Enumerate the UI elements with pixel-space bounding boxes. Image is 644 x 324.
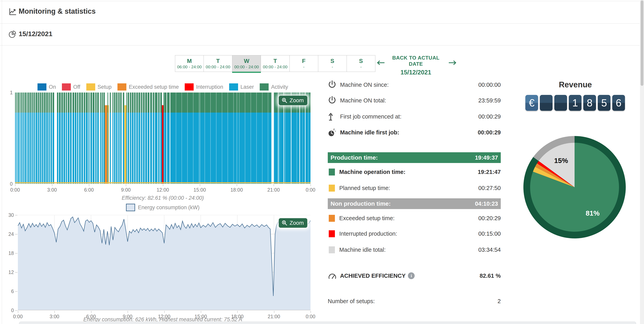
- idle-gap-segment: [44, 93, 44, 184]
- revenue-counter: €1856: [525, 95, 625, 111]
- legend-swatch: [260, 83, 269, 91]
- stat-label: Exceeded setup time:: [339, 215, 394, 222]
- timeline-zoom-button[interactable]: Zoom: [279, 96, 307, 105]
- stat-row-machine-on-since: Machine ON since:00:00:00: [328, 79, 501, 91]
- timeline-gridline: [89, 93, 89, 184]
- weekday-cell-6[interactable]: S-: [347, 55, 375, 72]
- timeline-gridline: [237, 93, 237, 184]
- nav-date-label: 15/12/2021: [386, 69, 446, 76]
- planned-setup-baseline: [15, 182, 310, 183]
- tick-label: 15:00: [194, 187, 206, 193]
- energy-consumption-chart[interactable]: Zoom: [18, 215, 310, 310]
- idle-gap-segment: [145, 93, 145, 184]
- weekday-hours: 06:00 - 24:00: [177, 65, 202, 69]
- timeline-legend: OnOffSetupExceeded setup timeInterruptio…: [15, 83, 310, 91]
- energy-ytick-label: 0: [6, 307, 14, 313]
- page-title: Monitoring & statistics: [19, 7, 96, 16]
- previous-day-arrow[interactable]: [376, 60, 385, 66]
- idle-gap-segment: [92, 93, 93, 184]
- idle-gap-segment: [65, 93, 66, 184]
- energy-zoom-button[interactable]: Zoom: [279, 218, 307, 228]
- tick-label: 0:00: [306, 187, 316, 193]
- stat-label: Interrupted production:: [339, 230, 397, 237]
- idle-gap-segment: [166, 93, 167, 184]
- tick-label: 9:00: [121, 187, 131, 193]
- idle-gap-segment: [30, 93, 30, 184]
- energy-ytick-mark: [15, 234, 18, 234]
- power-icon: [328, 96, 336, 105]
- back-to-actual-date-label: BACK TO ACTUAL DATE: [386, 55, 446, 67]
- idle-gap-segment: [157, 93, 158, 184]
- idle-clock-icon: zz: [328, 127, 337, 137]
- idle-gap-segment: [140, 93, 141, 184]
- tick-mark: [237, 184, 237, 186]
- info-icon[interactable]: i: [408, 272, 415, 279]
- energy-ytick-label: 18: [6, 250, 14, 256]
- machine-timeline-chart[interactable]: Zoom: [15, 93, 310, 184]
- energy-legend: Energy consumption (kW): [15, 204, 310, 211]
- legend-label: Off: [73, 84, 80, 90]
- gauge-icon: [328, 271, 337, 280]
- power-icon: [328, 80, 336, 90]
- pie-operation-label: 81%: [586, 209, 600, 217]
- weekday-cell-0[interactable]: M06:00 - 24:00: [175, 55, 204, 72]
- legend-item-exceeded-setup-time: Exceeded setup time: [118, 83, 179, 91]
- idle-gap-segment: [114, 93, 114, 184]
- idle-gap-segment: [94, 93, 95, 184]
- idle-gap-segment: [24, 93, 25, 184]
- weekday-cell-1[interactable]: T00:00 - 24:00: [204, 55, 232, 72]
- weekday-cell-5[interactable]: S-: [318, 55, 347, 72]
- color-swatch: [329, 246, 335, 253]
- stat-row-machine-operation-time: Machine operation time:19:21:47: [328, 166, 501, 178]
- legend-swatch: [38, 83, 46, 91]
- idle-gap-segment: [78, 93, 79, 184]
- idle-gap-segment: [26, 93, 26, 184]
- weekday-cell-4[interactable]: F-: [290, 55, 318, 72]
- banner-value: 04:10:23: [475, 200, 498, 207]
- idle-gap-segment: [127, 93, 128, 184]
- energy-legend-swatch: [126, 204, 135, 211]
- next-section-edge: [19, 321, 636, 324]
- digit-tile-4: 8: [583, 95, 596, 111]
- stat-value: 2: [498, 298, 501, 304]
- stat-value: 00:00:00: [478, 82, 501, 88]
- vertical-scrollbar[interactable]: [640, 0, 644, 324]
- tick-mark: [128, 311, 128, 313]
- banner-value: 19:49:37: [475, 154, 498, 161]
- energy-ytick-mark: [15, 253, 18, 253]
- setup-bar: [124, 105, 126, 184]
- idle-gap-segment: [76, 93, 77, 184]
- idle-gap-segment: [160, 93, 160, 184]
- setup-column: [108, 93, 109, 184]
- stat-value: 00:27:50: [478, 185, 501, 191]
- idle-gap-segment: [63, 93, 64, 184]
- next-day-arrow[interactable]: [448, 60, 457, 66]
- back-to-actual-date[interactable]: BACK TO ACTUAL DATE 15/12/2021: [386, 55, 446, 76]
- energy-ytick-label: 30: [6, 212, 14, 218]
- legend-label: Activity: [271, 84, 288, 90]
- legend-item-activity: Activity: [260, 83, 288, 91]
- idle-gap-segment: [122, 93, 123, 184]
- tick-label: 18:00: [230, 187, 243, 193]
- idle-gap-segment: [103, 93, 103, 184]
- weekday-cell-2[interactable]: W00:00 - 24:00: [232, 55, 261, 72]
- power-icon: [328, 96, 337, 105]
- idle-gap-segment: [52, 93, 52, 184]
- weekday-cell-3[interactable]: T00:00 - 24:00: [261, 55, 290, 72]
- stat-label: Machine ON total:: [340, 97, 386, 104]
- idle-gap-segment: [154, 93, 155, 184]
- stat-label: Machine operation time:: [339, 169, 406, 175]
- idle-gap-segment: [34, 93, 34, 184]
- monitoring-page: Monitoring & statistics 15/12/2021 M06:0…: [0, 0, 644, 324]
- time-distribution-pie-chart: 15% 81%: [522, 135, 626, 239]
- week-selector: M06:00 - 24:00T00:00 - 24:00W00:00 - 24:…: [175, 55, 375, 72]
- stat-row-number-of-setups: Number of setups:2: [328, 295, 501, 307]
- tick-label: 6:00: [84, 187, 94, 193]
- scrollbar-thumb[interactable]: [641, 1, 644, 86]
- page-left-border: [2, 0, 2, 324]
- tick-mark: [15, 184, 16, 186]
- energy-ytick-label: 24: [6, 231, 14, 237]
- magnifier-plus-icon: [282, 98, 288, 103]
- color-swatch: [329, 215, 335, 222]
- timeline-ymin-label: 0: [5, 181, 13, 187]
